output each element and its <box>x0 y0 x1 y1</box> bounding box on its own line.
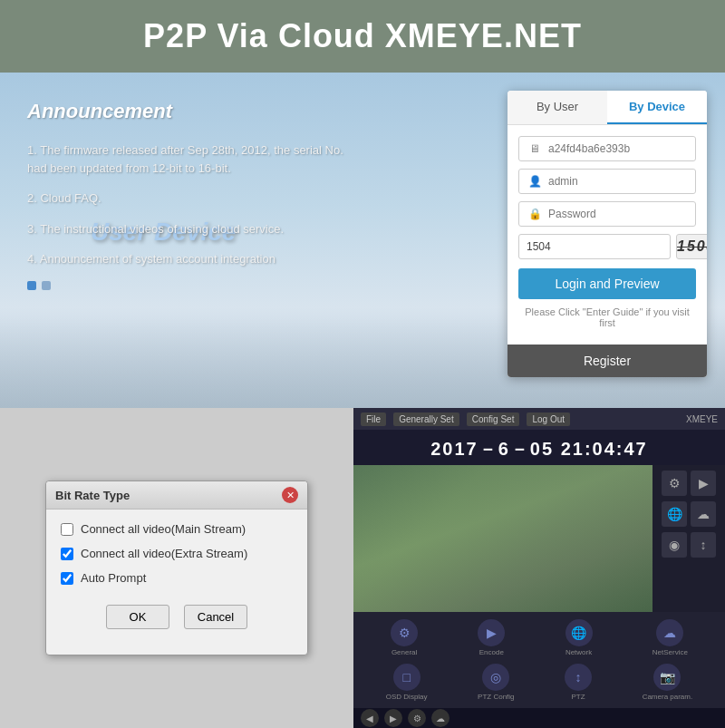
announcement-item-2: 2. Cloud FAQ. <box>27 189 362 208</box>
cancel-button[interactable]: Cancel <box>184 605 247 629</box>
dialog-title: Bit Rate Type <box>55 489 130 502</box>
ok-button[interactable]: OK <box>106 605 169 629</box>
sidebar-icon-4[interactable]: ☁ <box>691 501 716 527</box>
bottom-section: Bit Rate Type ✕ Connect all video(Main S… <box>0 408 725 728</box>
menu-icons: ⚙ General ▶ Encode 🌐 Network ☁ NetServic… <box>353 616 725 660</box>
password-input[interactable] <box>548 208 688 220</box>
login-hint: Please Click "Enter Guide" if you visit … <box>518 306 696 328</box>
device-clock: 2017－6－05 21:04:47 <box>353 430 725 465</box>
auto-prompt-label: Auto Prompt <box>81 571 146 585</box>
menu-item-netservice[interactable]: ☁ NetService <box>652 619 688 656</box>
dialog-buttons: OK Cancel <box>61 596 293 642</box>
page-header: P2P Via Cloud XMEYE.NET <box>0 0 725 73</box>
register-label: Register <box>584 354 631 368</box>
username-input[interactable] <box>548 175 688 188</box>
device-topbar: File Generally Set Config Set Log Out XM… <box>353 408 725 430</box>
ptz-label: PTZ <box>572 693 585 701</box>
menu-item-encode[interactable]: ▶ Encode <box>478 619 505 656</box>
dialog-title-bar: Bit Rate Type ✕ <box>46 481 307 510</box>
device-main: ⚙ ▶ 🌐 ☁ ◉ ↕ <box>353 465 725 612</box>
announcement-item-4: 4. Announcement of system account integr… <box>27 250 362 268</box>
encode-icon: ▶ <box>478 619 505 646</box>
camera-label: Camera param. <box>643 693 693 701</box>
serial-input[interactable] <box>548 142 688 155</box>
option-auto-prompt: Auto Prompt <box>61 571 293 585</box>
login-form: 🖥 👤 🔒 1504 Login and Preview Please Clic… <box>508 125 707 345</box>
auto-prompt-checkbox[interactable] <box>61 572 73 585</box>
user-icon: 👤 <box>527 175 543 188</box>
device-bottom-bar: ◀ ▶ ⚙ ☁ <box>353 708 725 728</box>
login-tabs: By User By Device <box>508 91 707 125</box>
login-panel: By User By Device 🖥 👤 🔒 1504 <box>508 91 707 377</box>
ptz-icon: ↕ <box>565 664 592 691</box>
menu-item-network[interactable]: 🌐 Network <box>566 619 593 656</box>
dot-inactive <box>42 281 51 290</box>
sidebar-icon-1[interactable]: ⚙ <box>662 471 687 496</box>
captcha-box[interactable]: 1504 <box>676 234 707 259</box>
option-main-stream: Connect all video(Main Stream) <box>61 522 293 536</box>
network-label: Network <box>566 648 592 656</box>
sidebar-icon-6[interactable]: ↕ <box>691 532 716 558</box>
topbar-logout[interactable]: Log Out <box>527 413 570 426</box>
register-footer[interactable]: Register <box>508 345 707 377</box>
password-field: 🔒 <box>518 201 696 227</box>
camera-view-inner <box>353 465 652 612</box>
topbar-file[interactable]: File <box>361 413 386 426</box>
device-sidebar: ⚙ ▶ 🌐 ☁ ◉ ↕ <box>652 465 725 612</box>
general-label: General <box>392 648 417 656</box>
bottom-icon-3[interactable]: ⚙ <box>408 709 426 727</box>
tab-by-device[interactable]: By Device <box>607 91 707 124</box>
right-panel: File Generally Set Config Set Log Out XM… <box>353 408 725 728</box>
dialog-close-button[interactable]: ✕ <box>282 487 298 503</box>
announcement-item-1: 1. The firmware released after Sep 28th,… <box>27 141 362 177</box>
device-screen: File Generally Set Config Set Log Out XM… <box>353 408 725 728</box>
username-field: 👤 <box>518 169 696 194</box>
extra-stream-checkbox[interactable] <box>61 548 73 560</box>
main-stream-checkbox[interactable] <box>61 523 73 536</box>
camera-view <box>353 465 652 612</box>
bottom-icon-4[interactable]: ☁ <box>431 709 450 727</box>
port-input[interactable] <box>518 234 671 259</box>
announcement-item-3: 3. The instructional videos of using clo… <box>27 220 362 238</box>
announcement-panel: Announcement 1. The firmware released af… <box>27 100 362 290</box>
network-icon: 🌐 <box>566 619 593 646</box>
osd-icon: □ <box>393 664 420 691</box>
option-extra-stream: Connect all video(Extra Stream) <box>61 547 293 560</box>
menu-ptz-config[interactable]: ◎ PTZ Config <box>478 664 514 701</box>
menu-ptz[interactable]: ↕ PTZ <box>565 664 592 701</box>
bottom-menu-icons: □ OSD Display ◎ PTZ Config ↕ PTZ 📷 Camer… <box>353 660 725 704</box>
pagination-dots <box>27 281 362 290</box>
topbar-brand: XMEYE <box>686 414 718 424</box>
menu-item-general[interactable]: ⚙ General <box>391 619 418 656</box>
tab-by-user[interactable]: By User <box>508 91 607 124</box>
general-icon: ⚙ <box>391 619 418 646</box>
bottom-icon-2[interactable]: ▶ <box>384 709 402 727</box>
cloud-section: User Device Announcement 1. The firmware… <box>0 73 725 408</box>
login-preview-button[interactable]: Login and Preview <box>518 268 696 299</box>
port-captcha-row: 1504 <box>518 234 696 259</box>
announcement-heading: Announcement <box>27 100 362 123</box>
topbar-buttons: File Generally Set Config Set Log Out <box>361 413 570 426</box>
encode-label: Encode <box>479 648 504 656</box>
sidebar-icon-5[interactable]: ◉ <box>662 532 687 558</box>
sidebar-icon-2[interactable]: ▶ <box>691 471 716 496</box>
sidebar-icon-3[interactable]: 🌐 <box>662 501 687 527</box>
netservice-icon: ☁ <box>656 619 683 646</box>
topbar-generally[interactable]: Generally Set <box>393 413 459 426</box>
ptz-config-label: PTZ Config <box>478 693 514 701</box>
device-menu-bar: ⚙ General ▶ Encode 🌐 Network ☁ NetServic… <box>353 612 725 708</box>
topbar-config[interactable]: Config Set <box>467 413 520 426</box>
camera-icon: 📷 <box>653 664 681 691</box>
bottom-icon-1[interactable]: ◀ <box>361 709 379 727</box>
dot-active <box>27 281 36 290</box>
sidebar-icons: ⚙ ▶ 🌐 ☁ ◉ ↕ <box>656 471 721 559</box>
main-stream-label: Connect all video(Main Stream) <box>81 522 246 536</box>
menu-camera[interactable]: 📷 Camera param. <box>643 664 693 701</box>
page-title: P2P Via Cloud XMEYE.NET <box>143 17 582 55</box>
ptz-config-icon: ◎ <box>482 664 509 691</box>
netservice-label: NetService <box>652 648 688 656</box>
osd-label: OSD Display <box>386 693 428 701</box>
lock-icon: 🔒 <box>527 208 543 220</box>
menu-osd[interactable]: □ OSD Display <box>386 664 428 701</box>
dialog-body: Connect all video(Main Stream) Connect a… <box>46 510 307 655</box>
